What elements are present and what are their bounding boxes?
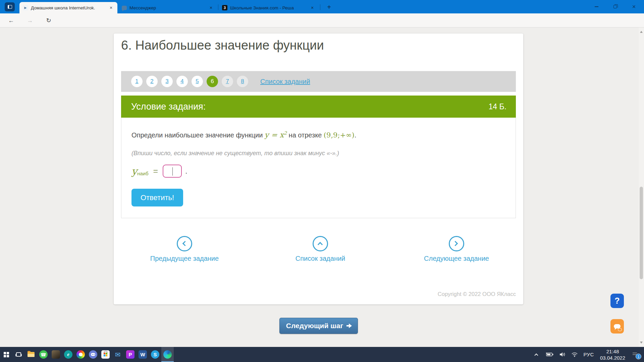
chevron-right-icon[interactable] [449, 236, 464, 251]
pagination-item-3[interactable]: 3 [161, 76, 173, 87]
pagination-label: 2 [150, 78, 153, 85]
interneturok-favicon: ▶ [23, 5, 28, 10]
restore-button[interactable] [606, 0, 625, 13]
next-task-label[interactable]: Следующее задание [401, 255, 512, 262]
pagination-label: 1 [135, 78, 138, 85]
task-text-before: Определи наибольшее значение функции [131, 131, 265, 139]
wifi-icon[interactable] [571, 352, 578, 357]
previous-task-label[interactable]: Предыдущее задание [129, 255, 240, 262]
minimize-icon [595, 6, 598, 7]
paint-icon [76, 350, 85, 359]
chevron-left-icon[interactable] [177, 236, 192, 251]
refresh-button[interactable]: ↻ [44, 16, 53, 25]
znania-favicon: 3 [222, 5, 227, 10]
tab-actions-button[interactable] [5, 2, 15, 11]
tab-messenger[interactable]: Мессенджер × [118, 2, 217, 13]
chevron-right-glyph [453, 241, 458, 246]
file-explorer-icon [28, 352, 35, 357]
help-button[interactable]: ? [610, 294, 624, 308]
task-condition-header: Условие задания: 14 Б. [121, 96, 516, 118]
pagination-label: 5 [196, 78, 199, 85]
pagination-band: 1 2 3 4 5 6 7 8 Список заданий [121, 71, 516, 92]
new-tab-button[interactable]: + [324, 3, 334, 11]
answer-input[interactable] [163, 165, 182, 178]
tray-date: 03.04.2022 [600, 355, 625, 361]
minimize-button[interactable] [587, 0, 606, 13]
chevron-up-icon[interactable] [313, 236, 328, 251]
notification-badge: 1 [636, 354, 641, 359]
answer-subscript: наиб [137, 171, 149, 176]
tab-znania[interactable]: 3 Школьные Знания.com - Реша × [219, 2, 319, 13]
points-badge: 14 Б. [489, 102, 506, 111]
microsoft-store-icon [101, 350, 110, 359]
volume-icon[interactable] [559, 352, 566, 357]
tab-close-icon[interactable]: × [208, 5, 214, 10]
task-view-icon [16, 352, 21, 357]
skype-button[interactable]: S [149, 347, 161, 362]
back-button[interactable]: ← [6, 16, 16, 25]
tab-title: Мессенджер [129, 5, 205, 10]
clock[interactable]: 21:48 03.04.2022 [600, 348, 625, 361]
browser-titlebar: ▶ Домашняя школа InternetUrok. × Мессенд… [0, 0, 644, 13]
scroll-up-icon[interactable] [640, 29, 643, 33]
content-card: 6. Наибольшее значение функции 1 2 3 4 5… [114, 34, 523, 304]
eset-button[interactable]: e [62, 347, 74, 362]
task-view-button[interactable] [12, 347, 25, 362]
previous-task-link[interactable]: Предыдущее задание [129, 236, 240, 262]
tab-interneturok[interactable]: ▶ Домашняя школа InternetUrok. × [19, 2, 117, 13]
task-list-nav-label[interactable]: Список заданий [265, 255, 376, 262]
game-icon [52, 350, 60, 359]
task-list-link[interactable]: Список заданий [260, 78, 310, 85]
notification-center-button[interactable]: 1 [631, 351, 639, 358]
mail-button[interactable]: ✉ [112, 347, 124, 362]
pagination-item-4[interactable]: 4 [176, 76, 188, 87]
next-task-link[interactable]: Следующее задание [401, 236, 512, 262]
pagination-item-1[interactable]: 1 [131, 76, 143, 87]
scroll-down-icon[interactable] [640, 342, 643, 345]
tab-divider [218, 4, 218, 10]
tab-actions-icon [8, 5, 12, 9]
game-button[interactable] [50, 347, 62, 362]
chat-bubble-small [618, 328, 622, 331]
pagination-item-6-active[interactable]: 6 [207, 76, 218, 87]
battery-icon[interactable] [546, 352, 554, 357]
screen: ▶ Домашняя школа InternetUrok. × Мессенд… [0, 0, 644, 362]
pagination-label: 8 [241, 78, 244, 85]
scrollbar[interactable] [639, 27, 644, 347]
answer-row: y наиб = . [131, 165, 187, 178]
close-window-button[interactable]: × [625, 0, 643, 13]
start-button[interactable] [0, 347, 12, 362]
paint-3d-button[interactable]: P [124, 347, 137, 362]
pagination-item-8[interactable]: 8 [237, 76, 248, 87]
skype-icon: S [151, 350, 159, 359]
pagination-item-7[interactable]: 7 [222, 76, 233, 87]
microsoft-store-button[interactable] [99, 347, 112, 362]
pagination-item-5[interactable]: 5 [192, 76, 203, 87]
math-exponent: 2 [284, 130, 287, 136]
text-caret [172, 167, 173, 176]
task-text: Определи наибольшее значение функции y =… [131, 130, 356, 139]
word-button[interactable]: W [137, 347, 149, 362]
chevron-left-glyph [182, 241, 188, 246]
answer-period: . [185, 167, 187, 176]
scrollbar-thumb[interactable] [640, 187, 643, 279]
task-text-middle: на отрезке [287, 131, 324, 139]
next-step-button[interactable]: Следующий шаг [279, 318, 358, 334]
tab-close-icon[interactable]: × [108, 5, 114, 10]
language-indicator[interactable]: РУС [583, 352, 594, 357]
messenger-favicon [121, 5, 127, 10]
edge-icon [163, 350, 172, 359]
paint-button[interactable] [74, 347, 87, 362]
file-explorer-button[interactable] [25, 347, 37, 362]
pagination-item-2[interactable]: 2 [146, 76, 158, 87]
tab-close-icon[interactable]: × [309, 5, 315, 10]
whatsapp-button[interactable]: ☎ [37, 347, 50, 362]
edge-button[interactable] [161, 347, 174, 362]
task-body: Определи наибольшее значение функции y =… [121, 118, 516, 218]
discord-button[interactable] [87, 347, 99, 362]
chat-button[interactable] [610, 319, 624, 334]
task-list-nav-link[interactable]: Список заданий [265, 236, 376, 262]
mail-icon: ✉ [115, 351, 121, 359]
math-y: y [265, 131, 269, 139]
submit-button[interactable]: Ответить! [131, 189, 183, 206]
